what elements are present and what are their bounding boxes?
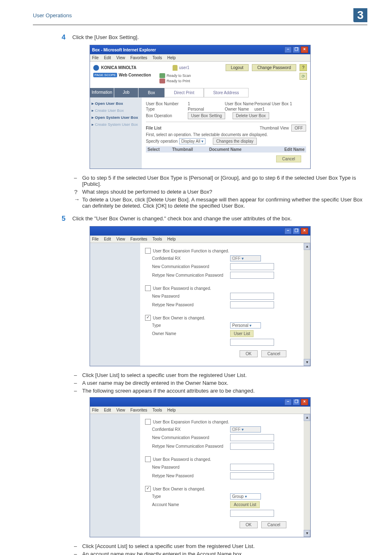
input-new-pw[interactable]: [230, 464, 274, 471]
lbl-owner-name: Owner Name: [152, 331, 230, 336]
cancel-button[interactable]: Cancel: [261, 350, 286, 357]
pagescope-badge: PAGE SCOPE: [93, 73, 117, 77]
sidebar-open-system-user-box[interactable]: Open System User Box: [92, 114, 140, 121]
close-icon[interactable]: ×: [301, 46, 308, 53]
dash-icon: –: [74, 543, 82, 549]
maximize-icon[interactable]: ❐: [293, 399, 300, 405]
minimize-icon[interactable]: –: [284, 228, 292, 234]
sel-owner-type-group[interactable]: Group: [230, 493, 261, 500]
note-box-type: Go to step 5 if the selected User Box Ty…: [82, 175, 367, 187]
sidebar-create-user-box[interactable]: Create User Box: [92, 107, 140, 114]
input-retype-comm-pw[interactable]: [230, 443, 274, 450]
menu-tools[interactable]: Tools: [152, 56, 162, 60]
cancel-button[interactable]: Cancel: [276, 155, 301, 162]
lbl-confidential-rx: Confidential RX: [152, 427, 230, 432]
ie-menubar: File Edit View Favorites Tools Help: [90, 54, 310, 62]
account-list-button[interactable]: Account List: [230, 501, 260, 508]
sidebar: Open User Box Create User Box Open Syste…: [90, 97, 142, 169]
sidebar-header-information[interactable]: Information: [90, 88, 114, 97]
specify-operation-select[interactable]: Display All: [179, 138, 205, 144]
lbl-account-name: Account Name: [152, 502, 230, 507]
menu-tools[interactable]: Tools: [152, 408, 162, 412]
menu-edit[interactable]: Edit: [104, 408, 111, 412]
tab-box[interactable]: Box: [138, 88, 164, 97]
cb-owner-changed[interactable]: [145, 315, 151, 321]
ie-titlebar: Box - Microsoft Internet Explorer – ❐ ×: [90, 45, 310, 54]
scroll-up-icon[interactable]: ▴: [304, 243, 310, 250]
ok-button[interactable]: OK: [240, 521, 258, 528]
lbl-new-comm-pw: New Communication Password: [152, 435, 230, 440]
refresh-icon[interactable]: ⟳: [300, 73, 307, 80]
menu-view[interactable]: View: [116, 408, 125, 412]
change-password-button[interactable]: Change Password: [252, 64, 296, 71]
tab-direct-print[interactable]: Direct Print: [164, 88, 203, 97]
maximize-icon[interactable]: ❐: [293, 228, 300, 234]
scroll-down-icon[interactable]: ▾: [304, 359, 310, 366]
sel-confidential-rx[interactable]: OFF: [230, 255, 261, 261]
menu-edit[interactable]: Edit: [104, 56, 111, 60]
sidebar-open-user-box[interactable]: Open User Box: [92, 100, 140, 107]
help-icon[interactable]: ?: [300, 64, 307, 71]
ie3-titlebar: – ❐ ×: [90, 398, 310, 407]
cb-pw-changed[interactable]: [145, 285, 151, 291]
menu-file[interactable]: File: [92, 56, 99, 60]
input-new-comm-pw[interactable]: [230, 434, 274, 441]
step-4-number: 4: [62, 33, 72, 42]
value-user-box-number: 1: [188, 102, 225, 106]
input-retype-pw[interactable]: [230, 301, 274, 308]
close-icon[interactable]: ×: [301, 228, 308, 234]
scroll-down-icon[interactable]: ▾: [304, 530, 310, 537]
input-retype-pw[interactable]: [230, 472, 274, 479]
lbl-new-pw: New Password: [152, 294, 230, 298]
sel-owner-type[interactable]: Personal: [230, 322, 261, 328]
lbl-retype-comm-pw: Retype New Communication Password: [152, 444, 230, 449]
menu-help[interactable]: Help: [167, 237, 176, 241]
scrollbar[interactable]: ▴ ▾: [304, 243, 310, 366]
input-owner-name[interactable]: [230, 339, 274, 346]
ok-button[interactable]: OK: [240, 350, 258, 357]
input-new-pw[interactable]: [230, 293, 274, 300]
menu-favorites[interactable]: Favorites: [130, 408, 147, 412]
scroll-up-icon[interactable]: ▴: [304, 414, 310, 421]
lbl-owner-changed: User Box Owner is changed.: [153, 316, 205, 320]
minimize-icon[interactable]: –: [284, 399, 292, 405]
logout-button[interactable]: Logout: [226, 64, 249, 71]
cb-expansion[interactable]: [145, 419, 151, 425]
menu-file[interactable]: File: [92, 237, 99, 241]
lbl-owner-type: Type: [152, 494, 230, 499]
input-account-name[interactable]: [230, 510, 274, 517]
menu-favorites[interactable]: Favorites: [130, 56, 147, 60]
minimize-icon[interactable]: –: [284, 46, 292, 53]
col-thumbnail: Thumbnail: [172, 147, 209, 152]
changes-display-button[interactable]: Changes the display: [213, 138, 257, 145]
menu-favorites[interactable]: Favorites: [130, 237, 147, 241]
cb-pw-changed[interactable]: [145, 456, 151, 462]
input-retype-comm-pw[interactable]: [230, 272, 274, 279]
user-box-setting-button[interactable]: User Box Setting: [188, 112, 225, 119]
thumbnail-off-button[interactable]: OFF: [291, 125, 306, 132]
sel-confidential-rx[interactable]: OFF: [230, 426, 261, 432]
maximize-icon[interactable]: ❐: [293, 46, 300, 53]
delete-user-box-button[interactable]: Delete User Box: [233, 112, 269, 119]
menu-file[interactable]: File: [92, 408, 99, 412]
close-icon[interactable]: ×: [301, 399, 308, 405]
note-following-screen: The following screen appears if the acco…: [82, 388, 367, 394]
tab-store-address[interactable]: Store Address: [204, 88, 249, 97]
menu-help[interactable]: Help: [167, 408, 176, 412]
menu-view[interactable]: View: [116, 237, 125, 241]
status-scan: Ready to Scan: [167, 74, 191, 78]
menu-edit[interactable]: Edit: [104, 237, 111, 241]
menu-view[interactable]: View: [116, 56, 125, 60]
cb-expansion[interactable]: [145, 248, 151, 254]
user-list-button[interactable]: User List: [230, 330, 254, 337]
cancel-button[interactable]: Cancel: [261, 521, 286, 528]
menu-tools[interactable]: Tools: [152, 237, 162, 241]
scrollbar[interactable]: ▴ ▾: [304, 414, 310, 537]
menu-help[interactable]: Help: [167, 56, 176, 60]
col-edit-name: Edit Name: [242, 147, 304, 152]
sidebar-header-job[interactable]: Job: [114, 88, 138, 97]
input-new-comm-pw[interactable]: [230, 263, 274, 270]
current-user: user1: [179, 65, 189, 70]
cb-owner-changed[interactable]: [145, 486, 151, 492]
sidebar-create-system-user-box[interactable]: Create System User Box: [92, 121, 140, 128]
